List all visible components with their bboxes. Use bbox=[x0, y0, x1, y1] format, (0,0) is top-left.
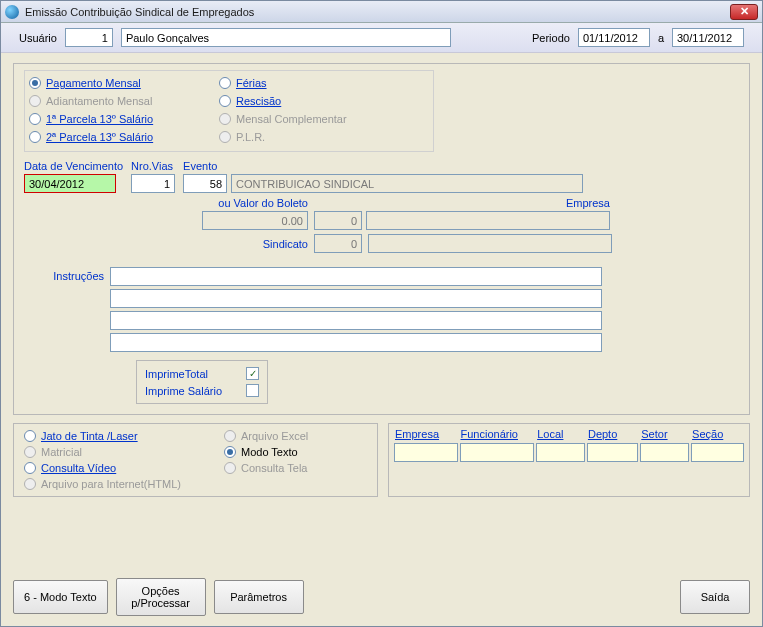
imprime-salario-label: Imprime Salário bbox=[145, 385, 222, 397]
th-secao: Seção bbox=[690, 428, 745, 442]
filter-secao-input[interactable] bbox=[691, 443, 744, 462]
field-empresa: Empresa bbox=[314, 197, 610, 230]
periodo-label: Periodo bbox=[532, 32, 570, 44]
user-bar: Usuário Periodo a bbox=[1, 23, 762, 53]
row-sindicato: Sindicato bbox=[202, 234, 739, 253]
usuario-nome-input[interactable] bbox=[121, 28, 451, 47]
radio-1a-parcela-13[interactable]: 1ª Parcela 13º Salário bbox=[29, 113, 219, 125]
filter-setor-input[interactable] bbox=[640, 443, 689, 462]
data-vencimento-label: Data de Vencimento bbox=[24, 160, 123, 172]
th-funcionario: Funcionário bbox=[459, 428, 536, 442]
field-evento: Evento bbox=[183, 160, 583, 193]
instrucao-1-input[interactable] bbox=[110, 267, 602, 286]
chk-imprime-salario[interactable]: Imprime Salário bbox=[145, 384, 259, 397]
radio-adiantamento-mensal: Adiantamento Mensal bbox=[29, 95, 219, 107]
evento-label: Evento bbox=[183, 160, 583, 172]
tipo-pagamento-group: Pagamento Mensal Férias Adiantamento Men… bbox=[24, 70, 434, 152]
instrucao-2-input[interactable] bbox=[110, 289, 602, 308]
row-boleto-empresa: ou Valor do Boleto Empresa bbox=[202, 197, 739, 230]
radio-consulta-tela: Consulta Tela bbox=[224, 462, 384, 474]
instrucoes-label: Instruções bbox=[24, 267, 104, 282]
radio-consulta-video[interactable]: Consulta Vídeo bbox=[24, 462, 224, 474]
print-options: ImprimeTotal Imprime Salário bbox=[136, 360, 268, 404]
radio-modo-texto[interactable]: Modo Texto bbox=[224, 446, 384, 458]
button-bar: 6 - Modo Texto Opções p/Processar Parâme… bbox=[1, 574, 762, 626]
periodo-a-label: a bbox=[658, 32, 664, 44]
periodo-ate-input[interactable] bbox=[672, 28, 744, 47]
field-valor-boleto: ou Valor do Boleto bbox=[202, 197, 308, 230]
usuario-id-input[interactable] bbox=[65, 28, 113, 47]
empresa-desc-input bbox=[366, 211, 610, 230]
imprime-total-label: ImprimeTotal bbox=[145, 368, 208, 380]
titlebar: Emissão Contribuição Sindical de Emprega… bbox=[1, 1, 762, 23]
usuario-label: Usuário bbox=[19, 32, 57, 44]
instrucao-4-input[interactable] bbox=[110, 333, 602, 352]
window: Emissão Contribuição Sindical de Emprega… bbox=[0, 0, 763, 627]
instrucoes-block: Instruções bbox=[24, 267, 739, 352]
field-nro-vias: Nro.Vias bbox=[131, 160, 175, 193]
radio-pagamento-mensal[interactable]: Pagamento Mensal bbox=[29, 77, 219, 89]
btn-parametros[interactable]: Parâmetros bbox=[214, 580, 304, 614]
filters-panel: Empresa Funcionário Local Depto Setor Se… bbox=[388, 423, 750, 497]
radio-2a-parcela-13[interactable]: 2ª Parcela 13º Salário bbox=[29, 131, 219, 143]
radio-matricial: Matricial bbox=[24, 446, 224, 458]
th-empresa: Empresa bbox=[393, 428, 459, 442]
radio-rescisao[interactable]: Rescisão bbox=[219, 95, 419, 107]
btn-saida[interactable]: Saída bbox=[680, 580, 750, 614]
valor-boleto-input bbox=[202, 211, 308, 230]
output-mode-panel: Jato de Tinta /Laser Arquivo Excel Matri… bbox=[13, 423, 378, 497]
instrucao-3-input[interactable] bbox=[110, 311, 602, 330]
btn-modo-texto[interactable]: 6 - Modo Texto bbox=[13, 580, 108, 614]
window-title: Emissão Contribuição Sindical de Emprega… bbox=[25, 6, 730, 18]
evento-desc-input bbox=[231, 174, 583, 193]
main-panel: Pagamento Mensal Férias Adiantamento Men… bbox=[13, 63, 750, 415]
filter-depto-input[interactable] bbox=[587, 443, 638, 462]
content: Pagamento Mensal Férias Adiantamento Men… bbox=[1, 53, 762, 574]
app-icon bbox=[5, 5, 19, 19]
row-evento: Data de Vencimento Nro.Vias Evento bbox=[24, 160, 739, 193]
nro-vias-label: Nro.Vias bbox=[131, 160, 175, 172]
sindicato-cod-input bbox=[314, 234, 362, 253]
chk-imprime-total[interactable]: ImprimeTotal bbox=[145, 367, 259, 380]
th-depto: Depto bbox=[586, 428, 639, 442]
filter-empresa-input[interactable] bbox=[394, 443, 458, 462]
radio-ferias[interactable]: Férias bbox=[219, 77, 419, 89]
radio-arquivo-html: Arquivo para Internet(HTML) bbox=[24, 478, 384, 490]
filter-local-input[interactable] bbox=[536, 443, 585, 462]
periodo-de-input[interactable] bbox=[578, 28, 650, 47]
evento-cod-input[interactable] bbox=[183, 174, 227, 193]
radio-plr: P.L.R. bbox=[219, 131, 419, 143]
th-setor: Setor bbox=[639, 428, 690, 442]
filter-funcionario-input[interactable] bbox=[460, 443, 535, 462]
sindicato-desc-input bbox=[368, 234, 612, 253]
sindicato-label: Sindicato bbox=[202, 238, 308, 250]
empresa-cod-input bbox=[314, 211, 362, 230]
radio-arquivo-excel: Arquivo Excel bbox=[224, 430, 384, 442]
close-button[interactable]: ✕ bbox=[730, 4, 758, 20]
lower-row: Jato de Tinta /Laser Arquivo Excel Matri… bbox=[13, 423, 750, 497]
data-vencimento-input[interactable] bbox=[24, 174, 116, 193]
radio-jato-tinta[interactable]: Jato de Tinta /Laser bbox=[24, 430, 224, 442]
empresa-label: Empresa bbox=[314, 197, 610, 209]
radio-mensal-complementar: Mensal Complementar bbox=[219, 113, 419, 125]
th-local: Local bbox=[535, 428, 586, 442]
valor-boleto-label: ou Valor do Boleto bbox=[202, 197, 308, 209]
nro-vias-input[interactable] bbox=[131, 174, 175, 193]
btn-opcoes-processar[interactable]: Opções p/Processar bbox=[116, 578, 206, 616]
field-data-vencimento: Data de Vencimento bbox=[24, 160, 123, 193]
